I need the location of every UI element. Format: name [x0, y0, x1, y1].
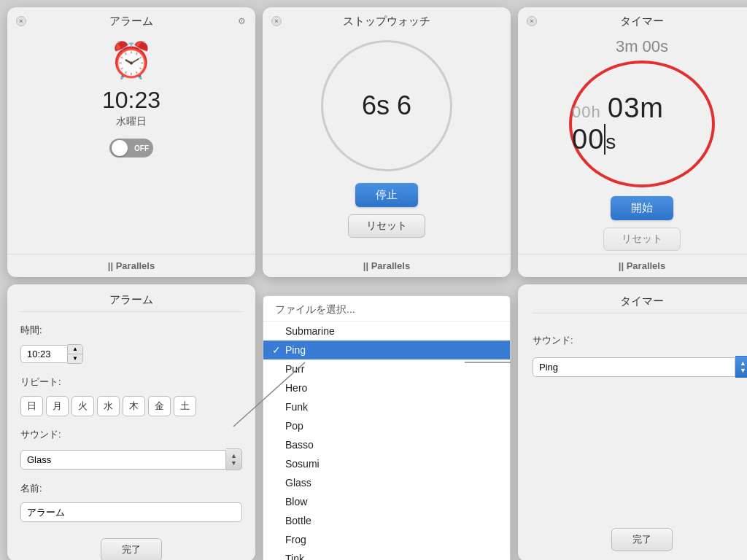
timer-start-button[interactable]: 開始	[611, 196, 673, 220]
stopwatch-reset-button[interactable]: リセット	[348, 214, 425, 238]
days-row: 日 月 火 水 木 金 土	[20, 396, 242, 416]
sound-dropdown-menu: ファイルを選択... Submarine Ping Purr Hero Funk…	[263, 295, 511, 560]
timer-minutes: 03m	[608, 93, 664, 123]
menu-ping[interactable]: Ping	[263, 341, 510, 359]
alarm-titlebar: アラーム	[7, 7, 255, 33]
toggle-knob	[112, 140, 128, 156]
alarm-settings-title: アラーム	[20, 293, 242, 312]
menu-glass[interactable]: Glass	[263, 473, 510, 492]
menu-funk[interactable]: Funk	[263, 397, 510, 416]
alarm-clock-icon: ⏰	[7, 33, 255, 84]
close-button[interactable]	[16, 16, 26, 26]
timer-label-small: 3m 00s	[518, 33, 747, 56]
day-mon[interactable]: 月	[46, 396, 69, 416]
timer-big-display: 00h 03m 00s	[572, 93, 712, 155]
stopwatch-title: ストップウォッチ	[343, 15, 430, 28]
menu-tink[interactable]: Tink	[263, 549, 510, 560]
time-up-button[interactable]: ▲	[68, 345, 82, 354]
parallels-logo: || Parallels	[7, 254, 255, 277]
alarm-time-display: 10:23	[7, 84, 255, 115]
menu-pop[interactable]: Pop	[263, 416, 510, 435]
sound-input[interactable]	[20, 450, 226, 470]
time-stepper: ▲ ▼	[68, 344, 83, 364]
stopwatch-circle: 6s 6	[321, 40, 452, 171]
day-fri[interactable]: 金	[148, 396, 171, 416]
menu-submarine[interactable]: Submarine	[263, 322, 510, 341]
time-down-button[interactable]: ▼	[68, 354, 82, 363]
parallels-logo-stopwatch: || Parallels	[263, 254, 511, 277]
menu-frog[interactable]: Frog	[263, 530, 510, 549]
stopwatch-close-button[interactable]	[271, 16, 282, 26]
timer-sound-select-wrap: ▲▼	[533, 356, 747, 378]
menu-basso[interactable]: Basso	[263, 435, 510, 454]
stopwatch-titlebar: ストップウォッチ	[263, 7, 511, 33]
timer-titlebar: タイマー	[518, 7, 747, 33]
alarm-widget-title: アラーム	[109, 15, 153, 28]
day-thu[interactable]: 木	[123, 396, 145, 416]
timer-settings-panel: タイマー サウンド: ▲▼ 完了	[518, 284, 747, 560]
timer-circle: 00h 03m 00s	[569, 61, 715, 187]
timer-reset-button[interactable]: リセット	[603, 228, 681, 251]
timer-sound-label: サウンド:	[533, 334, 747, 347]
toggle-label: OFF	[134, 144, 149, 152]
timer-close-button[interactable]	[527, 16, 537, 26]
stopwatch-stop-button[interactable]: 停止	[355, 183, 418, 207]
name-label: 名前:	[20, 482, 242, 495]
alarm-name-input[interactable]	[20, 502, 242, 522]
menu-blow[interactable]: Blow	[263, 492, 510, 511]
timer-settings-title: タイマー	[533, 295, 747, 314]
time-input[interactable]	[20, 345, 68, 363]
menu-hero[interactable]: Hero	[263, 378, 510, 397]
parallels-logo-timer: || Parallels	[518, 254, 747, 277]
timer-sound-input[interactable]	[533, 357, 735, 377]
alarm-day-display: 水曜日	[7, 115, 255, 139]
stopwatch-widget: ストップウォッチ 6s 6 停止 リセット || Parallels	[263, 7, 511, 277]
repeat-label: リピート:	[20, 376, 242, 389]
day-tue[interactable]: 火	[71, 396, 94, 416]
menu-purr[interactable]: Purr	[263, 359, 510, 378]
day-sun[interactable]: 日	[20, 396, 43, 416]
menu-bottle[interactable]: Bottle	[263, 511, 510, 530]
menu-file-select[interactable]: ファイルを選択...	[263, 299, 510, 322]
alarm-toggle[interactable]: OFF	[109, 139, 153, 158]
timer-widget: タイマー 3m 00s 00h 03m 00s 開始 リセット || Paral…	[518, 7, 747, 277]
day-sat[interactable]: 土	[174, 396, 196, 416]
timer-widget-title: タイマー	[620, 15, 664, 28]
day-wed[interactable]: 水	[97, 396, 120, 416]
time-label: 時間:	[20, 324, 242, 337]
sound-select-wrap: ▲▼	[20, 448, 242, 470]
alarm-done-button[interactable]: 完了	[101, 538, 162, 560]
menu-sosumi[interactable]: Sosumi	[263, 454, 510, 473]
timer-hours: 00h	[572, 103, 601, 121]
gear-icon[interactable]	[236, 16, 247, 26]
timer-seconds: 00	[572, 124, 605, 155]
stopwatch-time-display: 6s 6	[362, 90, 411, 121]
timer-done-button[interactable]: 完了	[611, 528, 673, 551]
timer-sound-chevron-icon[interactable]: ▲▼	[735, 356, 747, 378]
sound-chevron-icon[interactable]: ▲▼	[226, 448, 242, 470]
sound-label: サウンド:	[20, 428, 242, 441]
alarm-widget: アラーム ⏰ 10:23 水曜日 OFF || Parallels	[7, 7, 255, 277]
alarm-settings-panel: アラーム 時間: ▲ ▼ リピート: 日 月 火 水 木 金 土 サウンド: ▲…	[7, 284, 255, 560]
